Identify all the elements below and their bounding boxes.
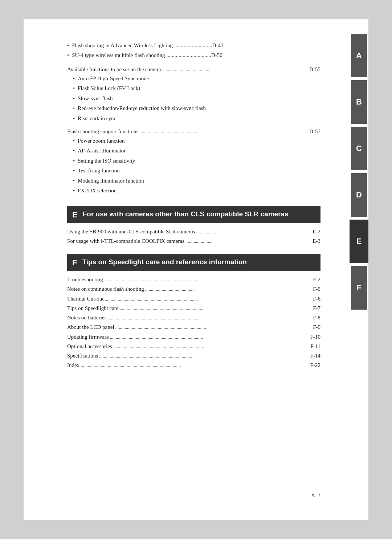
toc-row: Using the SB-900 with non-CLS-compatible… xyxy=(67,227,320,236)
dot-leader: ........................................… xyxy=(79,362,310,370)
toc-row: Troubleshooting ........................… xyxy=(67,275,320,284)
dot-leader: ........................................… xyxy=(109,333,310,342)
list-item: Setting the ISO sensitivity xyxy=(73,156,320,166)
toc-row: Available functions to be set on the cam… xyxy=(67,65,320,74)
dot-leader: ........................................… xyxy=(103,295,313,303)
page-ref: F-14 xyxy=(310,351,320,360)
item-text: Modeling illuminator function xyxy=(78,176,144,186)
sidebar: A B C D E F xyxy=(350,19,368,520)
toc-label: Available functions to be set on the cam… xyxy=(67,65,161,74)
list-item: Flash Value Lock (FV Lock) xyxy=(73,84,320,93)
toc-label: Using the SB-900 with non-CLS-compatible… xyxy=(67,227,195,236)
toc-row: Notes on continuous flash shooting .....… xyxy=(67,284,320,294)
page-ref: F-6 xyxy=(313,294,320,303)
item-text: Setting the ISO sensitivity xyxy=(78,156,135,166)
toc-label: Updating firmware xyxy=(67,332,109,342)
toc-label: Flash shooting support functions xyxy=(67,127,138,136)
page-ref: F-5 xyxy=(313,284,320,294)
section-f-entries: Troubleshooting ........................… xyxy=(67,275,320,370)
toc-label: Index xyxy=(67,360,79,370)
sub-list: Power zoom function AF-Assist Illuminato… xyxy=(67,136,320,196)
section-letter-e: E xyxy=(72,210,78,220)
toc-row: Specifications .........................… xyxy=(67,351,320,360)
list-item: FX-/DX selection xyxy=(73,186,320,196)
list-item: Slow-sync flash xyxy=(73,94,320,103)
page-ref: D-57 xyxy=(309,127,320,136)
toc-row: Notes on batteries .....................… xyxy=(67,313,320,322)
toc-label: Thermal Cut-out xyxy=(67,294,103,303)
list-item: AF-Assist Illuminator xyxy=(73,146,320,156)
content-area: Flash shooting in Advanced Wireless Ligh… xyxy=(24,19,350,520)
toc-label: Specifications xyxy=(67,351,98,360)
section-e-entries: Using the SB-900 with non-CLS-compatible… xyxy=(67,227,320,246)
toc-top-list: Flash shooting in Advanced Wireless Ligh… xyxy=(67,41,320,61)
page-ref: D-55 xyxy=(309,65,320,74)
toc-label: Tips on Speedlight care xyxy=(67,303,119,313)
bullet-list: Auto FP High-Speed Sync mode Flash Value… xyxy=(73,74,320,123)
list-item: Test firing function xyxy=(73,166,320,176)
item-text: Power zoom function xyxy=(78,136,124,146)
dot-leader: ....................... xyxy=(184,237,313,246)
dot-leader: ........................................… xyxy=(98,352,310,360)
toc-label: Notes on batteries xyxy=(67,313,106,322)
toc-label: About the LCD panel xyxy=(67,322,114,332)
toc-label: For usage with i-TTL-compatible COOLPIX … xyxy=(67,236,184,246)
item-text: SU-4 type wireless multiple flash shooti… xyxy=(72,51,222,60)
toc-row: Optional accessories ...................… xyxy=(67,342,320,351)
list-item: Rear-curtain sync xyxy=(73,114,320,123)
toc-label: Notes on continuous flash shooting xyxy=(67,284,144,294)
dot-leader: ........................................… xyxy=(106,314,313,322)
dot-leader: ........................................… xyxy=(103,276,313,284)
list-item: SU-4 type wireless multiple flash shooti… xyxy=(67,51,320,60)
toc-row: Flash shooting support functions .......… xyxy=(67,127,320,136)
sidebar-tab-a[interactable]: A xyxy=(351,34,367,77)
page-ref: F-7 xyxy=(313,303,320,313)
page-ref: F-8 xyxy=(313,313,320,322)
sidebar-tab-d[interactable]: D xyxy=(351,173,367,217)
page-ref: F-11 xyxy=(310,342,320,351)
dot-leader: ........................................… xyxy=(161,66,309,74)
item-text: Flash Value Lock (FV Lock) xyxy=(78,84,140,93)
item-text: Red-eye reduction/Red-eye reduction with… xyxy=(78,104,206,113)
dot-leader: ................. xyxy=(195,228,313,236)
list-item: Auto FP High-Speed Sync mode xyxy=(73,74,320,83)
flash-support-entry: Flash shooting support functions .......… xyxy=(67,127,320,199)
dot-leader: ........................................… xyxy=(112,343,311,351)
section-e-header: E For use with cameras other than CLS co… xyxy=(67,206,320,223)
toc-row: About the LCD panel ....................… xyxy=(67,322,320,332)
bullet-list: Power zoom function AF-Assist Illuminato… xyxy=(73,136,320,196)
section-e-title: For use with cameras other than CLS comp… xyxy=(83,209,289,219)
available-functions-entry: Available functions to be set on the cam… xyxy=(67,65,320,127)
sidebar-tab-e[interactable]: E xyxy=(350,220,368,263)
page-number: A–7 xyxy=(67,493,320,498)
page-ref: F-2 xyxy=(313,275,320,284)
sub-list: Auto FP High-Speed Sync mode Flash Value… xyxy=(67,74,320,123)
page: Flash shooting in Advanced Wireless Ligh… xyxy=(24,19,368,520)
section-letter-f: F xyxy=(72,258,77,268)
item-text: Test firing function xyxy=(78,166,120,176)
section-f-header: F Tips on Speedlight care and reference … xyxy=(67,254,320,271)
list-item: Flash shooting in Advanced Wireless Ligh… xyxy=(67,41,320,50)
list-item: Red-eye reduction/Red-eye reduction with… xyxy=(73,104,320,113)
section-f-title: Tips on Speedlight care and reference in… xyxy=(82,257,247,267)
item-text: Rear-curtain sync xyxy=(78,114,116,123)
dot-leader: ........................................… xyxy=(144,285,313,294)
item-text: Auto FP High-Speed Sync mode xyxy=(78,74,149,83)
toc-row: For usage with i-TTL-compatible COOLPIX … xyxy=(67,236,320,246)
toc-row: Index ..................................… xyxy=(67,360,320,370)
page-ref: E-3 xyxy=(313,236,320,246)
page-ref: F-9 xyxy=(313,322,320,332)
page-ref: E-2 xyxy=(313,227,320,236)
sidebar-tab-c[interactable]: C xyxy=(351,127,367,170)
toc-label: Troubleshooting xyxy=(67,275,103,284)
list-item: Modeling illuminator function xyxy=(73,176,320,186)
sidebar-tab-b[interactable]: B xyxy=(351,80,367,124)
sidebar-tab-f[interactable]: F xyxy=(351,266,367,310)
page-ref: F-10 xyxy=(310,332,320,342)
list-item: Power zoom function xyxy=(73,136,320,146)
dot-leader: ........................................… xyxy=(114,323,313,332)
item-text: Slow-sync flash xyxy=(78,94,113,103)
toc-label: Optional accessories xyxy=(67,342,112,351)
toc-row: Thermal Cut-out ........................… xyxy=(67,294,320,303)
toc-row: Updating firmware ......................… xyxy=(67,332,320,342)
